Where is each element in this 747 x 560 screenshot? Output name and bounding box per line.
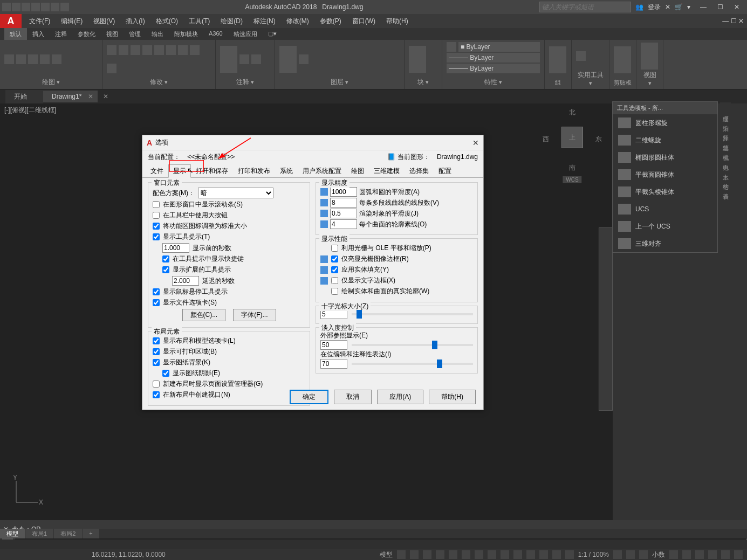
workspace-icon[interactable] bbox=[626, 550, 635, 559]
cb-rollover-tooltips[interactable] bbox=[153, 288, 160, 295]
menu-edit[interactable]: 编辑(E) bbox=[56, 15, 88, 28]
customize-icon[interactable] bbox=[734, 550, 743, 559]
qat-new-icon[interactable] bbox=[2, 3, 11, 11]
cb-extended-tooltips[interactable] bbox=[162, 266, 169, 273]
cb-paper-shadow[interactable] bbox=[162, 370, 169, 377]
polyline-segments-input[interactable] bbox=[330, 198, 357, 208]
apply-button[interactable]: 应用(A) bbox=[377, 390, 423, 404]
doc-min-icon[interactable]: ― bbox=[722, 17, 729, 25]
viewcube-east[interactable]: 东 bbox=[595, 135, 602, 144]
polar-icon[interactable] bbox=[436, 550, 444, 559]
doc-max-icon[interactable]: ☐ bbox=[731, 17, 737, 25]
layout-tab-model[interactable]: 模型 bbox=[0, 529, 25, 538]
qat-plot-icon[interactable] bbox=[41, 3, 50, 11]
cb-page-setup[interactable] bbox=[153, 381, 160, 388]
panel-title-layers[interactable]: 图层 ▾ bbox=[279, 77, 400, 87]
gear-icon[interactable] bbox=[613, 550, 622, 559]
crosshair-slider[interactable] bbox=[352, 313, 473, 315]
cb-printable-area[interactable] bbox=[153, 348, 160, 355]
dlg-tab-opensave[interactable]: 打开和保存 bbox=[191, 164, 233, 178]
base-icon[interactable] bbox=[641, 43, 658, 70]
color-dropdown[interactable]: ■ ByLayer bbox=[458, 42, 540, 52]
insert-icon[interactable] bbox=[409, 46, 426, 73]
ann-scale-icon[interactable] bbox=[565, 550, 574, 559]
cycling-icon[interactable] bbox=[501, 550, 509, 559]
tp-item[interactable]: 圆柱形螺旋 bbox=[613, 114, 717, 132]
tooltip-delay-input[interactable] bbox=[162, 243, 189, 253]
xref-fade-input[interactable] bbox=[320, 340, 347, 350]
mirror-icon[interactable] bbox=[154, 45, 164, 55]
qat-redo-icon[interactable] bbox=[60, 3, 69, 11]
viewcube[interactable]: 北 南 东 西 上 WCS bbox=[543, 108, 602, 183]
scale-icon[interactable] bbox=[166, 45, 176, 55]
menu-view[interactable]: 视图(V) bbox=[88, 15, 120, 28]
palette-tab[interactable]: 电力 bbox=[722, 156, 730, 163]
ribbon-tab-a360[interactable]: A360 bbox=[203, 28, 228, 40]
cb-true-silhouettes[interactable] bbox=[331, 288, 338, 295]
group-icon[interactable] bbox=[549, 46, 566, 73]
dialog-title-bar[interactable]: A 选项 ✕ bbox=[142, 135, 483, 150]
circle-icon[interactable] bbox=[28, 54, 38, 64]
move-icon[interactable] bbox=[107, 45, 116, 55]
menu-file[interactable]: 文件(F) bbox=[24, 15, 56, 28]
doc-tab-drawing1[interactable]: Drawing1*✕ bbox=[43, 91, 98, 102]
dlg-tab-userpref[interactable]: 用户系统配置 bbox=[298, 164, 346, 178]
viewcube-west[interactable]: 西 bbox=[543, 135, 549, 144]
qat-save-icon[interactable] bbox=[22, 3, 30, 11]
cb-paper-bg[interactable] bbox=[153, 359, 160, 366]
palette-tab[interactable]: 机械 bbox=[722, 147, 730, 153]
dlg-tab-selection[interactable]: 选择集 bbox=[405, 164, 434, 178]
viewport-controls[interactable]: [-][俯视][二维线框] bbox=[4, 106, 56, 115]
measure-icon[interactable] bbox=[576, 51, 586, 61]
minimize-button[interactable]: ― bbox=[700, 3, 707, 11]
cb-shortcut-keys[interactable] bbox=[162, 255, 169, 262]
inplace-fade-slider[interactable] bbox=[352, 363, 473, 365]
cb-solid-fill[interactable] bbox=[331, 266, 338, 273]
ribbon-tab-manage[interactable]: 管理 bbox=[124, 28, 146, 40]
ribbon-tab-featured[interactable]: 精选应用 bbox=[228, 28, 263, 40]
layer-icon[interactable] bbox=[299, 54, 309, 64]
transparency-icon[interactable] bbox=[488, 550, 496, 559]
tp-item[interactable]: 平截面圆锥体 bbox=[613, 166, 717, 183]
doc-tab-close-icon[interactable]: ✕ bbox=[88, 93, 93, 100]
panel-title-clipboard[interactable]: 剪贴板 bbox=[614, 78, 632, 87]
rect-icon[interactable] bbox=[52, 54, 61, 64]
ext-tooltip-delay-input[interactable] bbox=[172, 276, 199, 286]
panel-title-props[interactable]: 特性 ▾ bbox=[447, 77, 540, 87]
ortho-icon[interactable] bbox=[423, 550, 431, 559]
cb-ribbon-icons[interactable] bbox=[153, 223, 160, 230]
polyline-icon[interactable] bbox=[16, 54, 26, 64]
layout-tab-add[interactable]: + bbox=[83, 529, 99, 538]
tp-item[interactable]: 平截头棱锥体 bbox=[613, 183, 717, 201]
menu-window[interactable]: 窗口(W) bbox=[347, 15, 381, 28]
arc-smoothness-input[interactable] bbox=[330, 187, 357, 197]
exchange-icon[interactable]: ✕ bbox=[665, 3, 670, 11]
viewcube-north[interactable]: 北 bbox=[569, 108, 575, 117]
layout-tab-1[interactable]: 布局1 bbox=[25, 529, 54, 538]
text-icon[interactable] bbox=[220, 46, 237, 73]
layout-tab-2[interactable]: 布局2 bbox=[54, 529, 83, 538]
cb-text-frame[interactable] bbox=[331, 277, 338, 284]
infocenter-icon[interactable]: 👥 bbox=[635, 3, 643, 11]
viewcube-top[interactable]: 上 bbox=[561, 127, 583, 148]
palette-tab[interactable]: 约束 bbox=[722, 117, 730, 124]
panel-title-annotation[interactable]: 注释 ▾ bbox=[220, 77, 270, 87]
doc-tab-new[interactable]: ✕ bbox=[98, 91, 114, 102]
status-model-button[interactable]: 模型 bbox=[380, 550, 393, 559]
viewcube-south[interactable]: 南 bbox=[569, 163, 575, 172]
panel-title-group[interactable]: 组 bbox=[549, 78, 567, 87]
palette-tab[interactable]: 建筑 bbox=[722, 137, 730, 143]
layerprops-icon[interactable] bbox=[279, 46, 297, 73]
qat-undo-icon[interactable] bbox=[51, 3, 59, 11]
cb-create-viewport[interactable] bbox=[153, 391, 160, 398]
paste-icon[interactable] bbox=[614, 46, 631, 73]
color-scheme-select[interactable]: 暗 bbox=[198, 188, 273, 198]
menu-modify[interactable]: 修改(M) bbox=[281, 15, 314, 28]
close-button[interactable]: ✕ bbox=[734, 3, 739, 11]
panel-title-block[interactable]: 块 ▾ bbox=[409, 77, 437, 87]
panel-title-view[interactable]: 视图 ▾ bbox=[641, 70, 659, 87]
ribbon-tab-default[interactable]: 默认 bbox=[4, 28, 27, 40]
cb-tooltips[interactable] bbox=[153, 233, 160, 240]
tool-palette-title[interactable]: 工具选项板 - 所... bbox=[613, 102, 717, 114]
ribbon-tab-view[interactable]: 视图 bbox=[101, 28, 124, 40]
